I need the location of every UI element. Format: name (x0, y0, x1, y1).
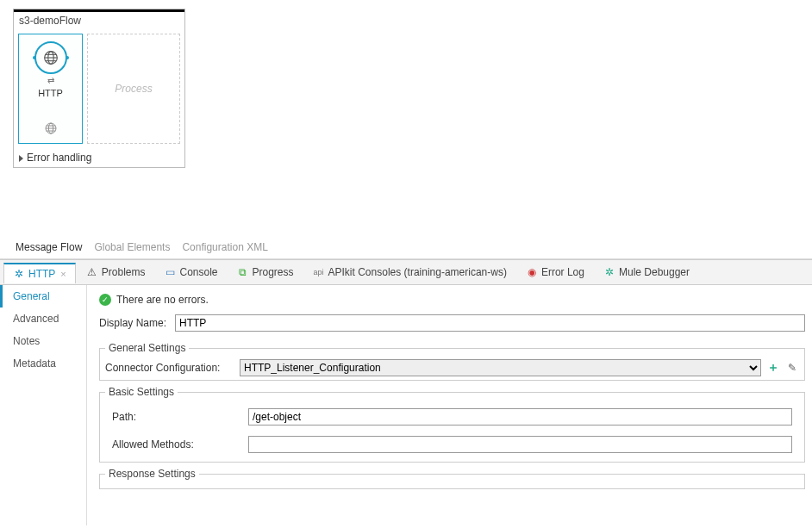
sidebar-item-metadata[interactable]: Metadata (3, 352, 86, 375)
connector-config-select[interactable]: HTTP_Listener_Configuration (240, 359, 761, 376)
status-text: There are no errors. (116, 294, 209, 306)
problems-icon: ⚠ (86, 266, 98, 278)
error-handling-section[interactable]: Error handling (14, 148, 184, 167)
tab-problems[interactable]: ⚠ Problems (78, 263, 154, 282)
flow-container[interactable]: s3-demoFlow ⇄ HTTP Process Error handlin… (13, 9, 185, 168)
tab-errorlog[interactable]: ◉ Error Log (517, 263, 593, 282)
general-settings-group: General Settings Connector Configuration… (99, 342, 805, 381)
progress-icon: ⧉ (237, 266, 249, 278)
add-config-button[interactable]: ＋ (766, 361, 780, 375)
connector-config-label: Connector Configuration: (105, 362, 234, 374)
http-connector[interactable]: ⇄ HTTP (18, 34, 83, 144)
display-name-input[interactable] (175, 314, 805, 332)
errorlog-icon: ◉ (526, 266, 538, 278)
sidebar-item-notes[interactable]: Notes (3, 330, 86, 352)
display-name-label: Display Name: (99, 317, 168, 329)
tab-progress[interactable]: ⧉ Progress (228, 263, 303, 282)
edit-config-button[interactable]: ✎ (785, 361, 799, 375)
basic-legend: Basic Settings (105, 386, 178, 398)
flow-canvas: s3-demoFlow ⇄ HTTP Process Error handlin… (0, 0, 812, 241)
console-icon: ▭ (164, 266, 176, 278)
tab-configuration-xml[interactable]: Configuration XML (182, 241, 267, 253)
globe-icon (43, 121, 59, 136)
status-bar: ✓ There are no errors. (92, 290, 812, 309)
properties-panel: General Advanced Notes Metadata ✓ There … (0, 285, 812, 525)
response-settings-group: Response Settings (99, 468, 805, 489)
properties-sidebar: General Advanced Notes Metadata (0, 285, 86, 525)
response-legend: Response Settings (105, 468, 199, 480)
tab-message-flow[interactable]: Message Flow (16, 241, 82, 253)
basic-settings-group: Basic Settings Path: Allowed Methods: (99, 386, 805, 463)
properties-main: ✓ There are no errors. Display Name: Gen… (86, 285, 812, 525)
exchange-icon: ⇄ (47, 78, 54, 84)
editor-subtabs: Message Flow Global Elements Configurati… (0, 241, 812, 259)
tab-muledebugger[interactable]: ✲ Mule Debugger (595, 263, 698, 282)
debug-icon: ✲ (603, 266, 615, 278)
bottom-view-tabs: ✲ HTTP × ⚠ Problems ▭ Console ⧉ Progress… (0, 259, 812, 285)
apikit-icon: api (313, 266, 325, 278)
ok-icon: ✓ (99, 294, 111, 306)
path-label: Path: (112, 411, 241, 423)
allowed-methods-label: Allowed Methods: (112, 438, 241, 450)
tab-console[interactable]: ▭ Console (155, 263, 226, 282)
general-legend: General Settings (105, 342, 189, 354)
flow-title: s3-demoFlow (14, 9, 184, 29)
tab-http[interactable]: ✲ HTTP × (3, 263, 76, 283)
allowed-methods-input[interactable] (248, 436, 792, 453)
path-input[interactable] (248, 408, 792, 426)
http-icon: ✲ (13, 268, 25, 280)
close-icon[interactable]: × (60, 269, 66, 279)
connector-label: HTTP (38, 88, 63, 98)
globe-icon (34, 41, 67, 74)
tab-global-elements[interactable]: Global Elements (94, 241, 170, 253)
process-dropzone[interactable]: Process (87, 34, 180, 144)
display-name-row: Display Name: (92, 309, 812, 337)
sidebar-item-advanced[interactable]: Advanced (3, 307, 86, 330)
tab-apikit[interactable]: api APIkit Consoles (training-american-w… (304, 263, 515, 282)
expand-icon (19, 155, 23, 162)
sidebar-item-general[interactable]: General (0, 285, 86, 307)
